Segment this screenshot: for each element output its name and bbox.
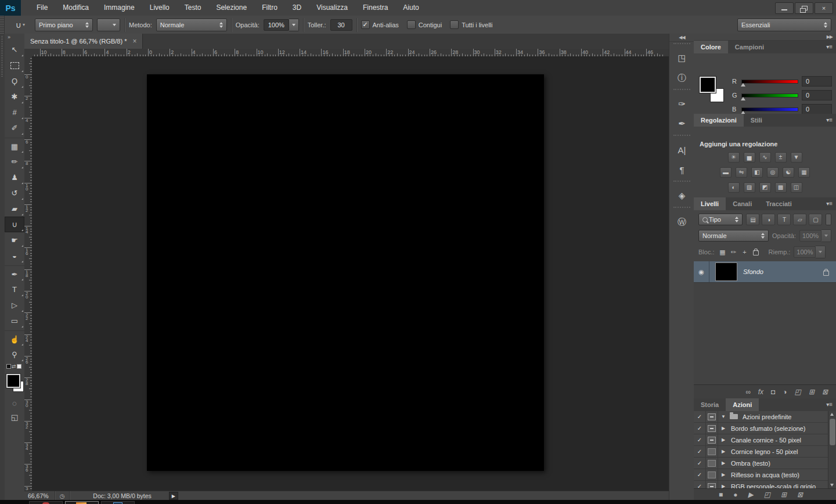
expand-icon[interactable]: ▶ bbox=[718, 426, 729, 431]
new-layer-button[interactable]: ⊞ bbox=[809, 388, 815, 396]
screen-mode-button[interactable]: ◱ bbox=[5, 410, 24, 424]
move-tool[interactable]: ↖ bbox=[5, 42, 24, 57]
menu-aiuto[interactable]: Aiuto bbox=[395, 0, 426, 16]
channel-slider-G[interactable] bbox=[741, 93, 798, 98]
filter-type-layers-button[interactable]: T bbox=[777, 214, 791, 225]
properties-panel-button[interactable]: ◳ bbox=[669, 48, 694, 68]
tool-preset-dropdown[interactable]: Primo piano bbox=[35, 19, 93, 31]
stop-recording-button[interactable]: ■ bbox=[719, 491, 723, 499]
posterize-button[interactable]: ▨ bbox=[744, 182, 755, 193]
minimize-button[interactable] bbox=[775, 2, 794, 14]
action-row-bordo-sfumato-selezione[interactable]: ✓▶Bordo sfumato (selezione) bbox=[694, 423, 836, 434]
menu-finestra[interactable]: Finestra bbox=[355, 0, 395, 16]
type-tool[interactable]: T bbox=[5, 282, 24, 297]
color-panel-menu-icon[interactable]: ▾≡ bbox=[826, 41, 833, 53]
color-lookup-button[interactable]: ▦ bbox=[798, 167, 810, 178]
channel-mixer-button[interactable]: ☯ bbox=[783, 167, 794, 178]
menu-immagine[interactable]: Immagine bbox=[96, 0, 142, 16]
dodge-tool[interactable]: ◒ bbox=[5, 248, 24, 264]
pen-tool[interactable]: ✒ bbox=[5, 265, 24, 282]
current-tool-button[interactable]: ∪ ▾ bbox=[10, 18, 31, 32]
document-tab[interactable]: Senza titolo-1 @ 66,7% (RGB/8) * × bbox=[24, 34, 143, 49]
rectangle-tool[interactable]: ▭ bbox=[5, 313, 24, 329]
swap-colors-button[interactable]: ⇄ bbox=[5, 362, 24, 370]
menu-testo[interactable]: Testo bbox=[177, 0, 209, 16]
document-canvas[interactable] bbox=[147, 74, 544, 471]
filter-shape-layers-button[interactable]: ▱ bbox=[793, 214, 806, 225]
action-dialog-toggle[interactable] bbox=[706, 411, 718, 422]
tools-collapse-button[interactable]: » bbox=[5, 34, 24, 42]
foreground-color-swatch[interactable] bbox=[700, 77, 716, 93]
threshold-button[interactable]: ◩ bbox=[759, 182, 771, 193]
tolerance-field[interactable]: 30 bbox=[330, 19, 352, 31]
menu-file[interactable]: File bbox=[29, 0, 55, 16]
scrollbar-thumb[interactable] bbox=[829, 418, 836, 446]
pattern-picker-dropdown[interactable] bbox=[97, 19, 120, 31]
menu-visualizza[interactable]: Visualizza bbox=[309, 0, 355, 16]
brush-presets-panel-button[interactable]: ✑ bbox=[669, 94, 694, 114]
color-balance-button[interactable]: ⇋ bbox=[736, 167, 747, 178]
delete-action-button[interactable]: ⊠ bbox=[797, 491, 803, 499]
curves-button[interactable]: ∿ bbox=[759, 152, 771, 163]
eyedropper-tool[interactable]: ✐ bbox=[5, 120, 24, 136]
crop-tool[interactable]: # bbox=[5, 105, 24, 120]
action-dialog-toggle[interactable] bbox=[706, 469, 718, 480]
layer-row-sfondo[interactable]: ◉Sfondo bbox=[694, 261, 836, 283]
selective-color-button[interactable]: ◫ bbox=[791, 182, 802, 193]
expand-icon[interactable]: ▶ bbox=[718, 460, 729, 466]
scroll-up-icon[interactable] bbox=[830, 413, 834, 416]
taskbar-item[interactable] bbox=[65, 501, 99, 504]
exposure-button[interactable]: ± bbox=[775, 152, 787, 163]
channel-slider-R[interactable] bbox=[741, 80, 798, 84]
levels-button[interactable]: ▅ bbox=[744, 152, 755, 163]
color-tab-campioni[interactable]: Campioni bbox=[728, 41, 771, 53]
adjustments-panel-menu-icon[interactable]: ▾≡ bbox=[826, 114, 833, 127]
channel-value-R[interactable]: 0 bbox=[802, 76, 832, 87]
layers-tab-tracciati[interactable]: Tracciati bbox=[759, 197, 799, 210]
taskbar-item[interactable] bbox=[101, 501, 135, 504]
link-layers-button[interactable]: ∞ bbox=[745, 388, 751, 396]
expand-panels-button[interactable]: ◀◀ bbox=[669, 34, 694, 42]
play-action-button[interactable]: ▶ bbox=[748, 491, 753, 499]
info-panel-button[interactable]: ⓘ bbox=[669, 68, 694, 88]
menu-modifica[interactable]: Modifica bbox=[55, 0, 96, 16]
zoom-tool[interactable]: ⚲ bbox=[5, 347, 24, 362]
expand-icon[interactable]: ▶ bbox=[718, 437, 729, 442]
zoom-level-field[interactable]: 66,67% bbox=[24, 492, 55, 499]
action-check-toggle[interactable]: ✓ bbox=[694, 469, 706, 480]
action-check-toggle[interactable]: ✓ bbox=[694, 458, 706, 469]
restore-button[interactable] bbox=[795, 2, 813, 14]
eraser-tool[interactable]: ▰ bbox=[5, 201, 24, 217]
w-panel-button[interactable]: Ⓦ bbox=[669, 212, 694, 232]
adjustments-tab-stili[interactable]: Stili bbox=[744, 114, 769, 127]
paint-bucket-tool[interactable]: ∪ bbox=[5, 217, 24, 232]
invert-button[interactable]: ◐ bbox=[728, 182, 740, 193]
new-group-button[interactable]: ◰ bbox=[795, 388, 801, 396]
lock-all-button[interactable] bbox=[751, 248, 761, 257]
color-tab-colore[interactable]: Colore bbox=[694, 41, 728, 53]
layer-visibility-toggle[interactable]: ◉ bbox=[694, 261, 709, 282]
channel-value-B[interactable]: 0 bbox=[802, 104, 832, 114]
filter-smart-objects-button[interactable]: ▢ bbox=[809, 214, 822, 225]
expand-icon[interactable]: ▶ bbox=[718, 449, 729, 454]
action-row-riflesso-in-acqua-testo[interactable]: ✓▶Riflesso in acqua (testo) bbox=[694, 469, 836, 481]
menu-selezione[interactable]: Selezione bbox=[208, 0, 254, 16]
lasso-tool[interactable]: Ϙ bbox=[5, 73, 24, 89]
gradient-map-button[interactable]: ▩ bbox=[775, 182, 787, 193]
workspace-dropdown[interactable]: Essenziali bbox=[737, 19, 831, 31]
hand-tool[interactable]: ☝ bbox=[5, 330, 24, 347]
lock-transparency-button[interactable]: ▦ bbox=[718, 249, 727, 256]
action-check-toggle[interactable]: ✓ bbox=[694, 423, 706, 434]
actions-scrollbar[interactable] bbox=[828, 411, 836, 488]
paragraph-panel-button[interactable]: ¶ bbox=[669, 160, 694, 179]
black-white-button[interactable]: ◧ bbox=[751, 167, 763, 178]
actions-tab-storia[interactable]: Storia bbox=[694, 398, 726, 411]
new-action-button[interactable]: ⊞ bbox=[781, 491, 787, 499]
path-selection-tool[interactable]: ▷ bbox=[5, 297, 24, 313]
actions-tab-azioni[interactable]: Azioni bbox=[726, 398, 759, 411]
layers-panel-menu-icon[interactable]: ▾≡ bbox=[826, 197, 833, 210]
action-check-toggle[interactable]: ✓ bbox=[694, 411, 706, 422]
clone-stamp-tool[interactable]: ♟ bbox=[5, 170, 24, 185]
action-check-toggle[interactable]: ✓ bbox=[694, 446, 706, 457]
scroll-down-icon[interactable] bbox=[830, 484, 834, 487]
